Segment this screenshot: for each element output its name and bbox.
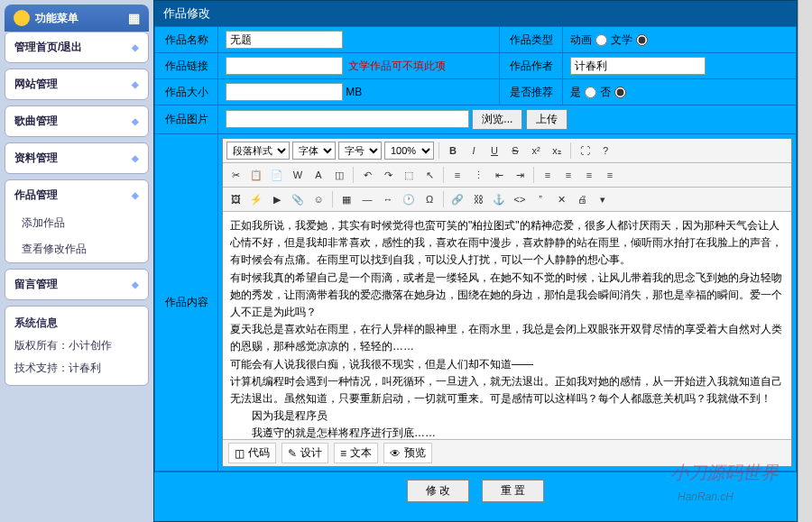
work-link-label: 作品链接 [155, 53, 218, 79]
flash-icon[interactable]: ⚡ [247, 190, 265, 208]
file-icon[interactable]: 📎 [289, 190, 307, 208]
browse-button[interactable]: 浏览... [472, 109, 522, 130]
menu-header-title: 功能菜单 [35, 11, 78, 26]
anchor-icon[interactable]: ⚓ [490, 190, 508, 208]
preview-mode-icon: 👁 [390, 447, 401, 460]
form-table: 作品名称 作品类型 动画 文学 作品链接 文学作品可不填此项 作品作者 作品大小 [154, 26, 797, 472]
text-mode-icon: ≡ [340, 447, 346, 460]
super-icon[interactable]: x² [527, 142, 545, 160]
unlink-icon[interactable]: ⛓ [469, 190, 487, 208]
editor-toolbar-2: ✂ 📋 📄 W A ◫ ↶ ↷ ⬚ ↖ [223, 163, 791, 188]
color-icon[interactable]: A [309, 166, 328, 184]
menu-header: 功能菜单 ▦ [5, 5, 149, 32]
recommend-yes-radio[interactable] [585, 87, 596, 98]
help-icon[interactable]: ? [596, 142, 614, 160]
clear-icon[interactable]: ✕ [552, 190, 570, 208]
work-link-input[interactable] [226, 57, 343, 75]
recommend-label: 是否推荐 [500, 79, 563, 105]
code-icon[interactable]: <> [511, 190, 529, 208]
image-path-input[interactable] [226, 110, 469, 128]
align-right-icon[interactable]: ≡ [580, 166, 598, 184]
redo-icon[interactable]: ↷ [379, 166, 397, 184]
bold-icon[interactable]: B [444, 142, 462, 160]
scrollbar[interactable] [798, 0, 812, 522]
mode-preview[interactable]: 👁预览 [383, 443, 432, 463]
work-type-label: 作品类型 [500, 27, 563, 53]
time-icon[interactable]: 🕐 [400, 190, 418, 208]
more-icon[interactable]: ▾ [594, 190, 612, 208]
link-icon[interactable]: 🔗 [448, 190, 466, 208]
type-lit-radio[interactable] [636, 34, 648, 46]
media-icon[interactable]: ▶ [268, 190, 286, 208]
italic-icon[interactable]: I [465, 142, 483, 160]
font-select[interactable]: 字体 [292, 142, 336, 160]
upload-button[interactable]: 上传 [526, 109, 567, 130]
design-mode-icon: ✎ [288, 447, 297, 460]
undo-icon[interactable]: ↶ [358, 166, 376, 184]
sidebar-item-message[interactable]: 留言管理◆ [5, 270, 148, 299]
ol-icon[interactable]: ≡ [448, 166, 466, 184]
info-title: 系统信息 [14, 312, 139, 334]
ul-icon[interactable]: ⋮ [469, 166, 487, 184]
strike-icon[interactable]: S [506, 142, 524, 160]
editor-toolbar-1: 段落样式 字体 字号 100% B I U S x² x₂ [223, 139, 791, 163]
table-icon[interactable]: ▦ [337, 190, 355, 208]
fontsize-select[interactable]: 字号 [338, 142, 382, 160]
fullscreen-icon[interactable]: ⛶ [576, 142, 594, 160]
rich-editor: 段落样式 字体 字号 100% B I U S x² x₂ [222, 138, 792, 467]
reset-button[interactable]: 重 置 [482, 480, 544, 502]
indent-icon[interactable]: ⇥ [511, 166, 529, 184]
sidebar: 功能菜单 ▦ 管理首页/退出◆ 网站管理◆ 歌曲管理◆ 资料管理◆ 作品管理◆ … [0, 0, 153, 522]
editor-toolbar-3: 🖼 ⚡ ▶ 📎 ☺ ▦ — ↔ 🕐 Ω [223, 188, 791, 212]
menu-grid-icon[interactable]: ▦ [128, 11, 140, 25]
code-mode-icon: ◫ [235, 447, 245, 460]
print-icon[interactable]: 🖨 [573, 190, 591, 208]
marquee-icon[interactable]: ↔ [379, 190, 397, 208]
recommend-no-radio[interactable] [614, 87, 626, 98]
paste-icon[interactable]: 📄 [268, 166, 286, 184]
mode-code[interactable]: ◫代码 [228, 443, 276, 463]
cut-icon[interactable]: ✂ [226, 166, 245, 184]
sidebar-subitem-add-work[interactable]: 添加作品 [5, 210, 148, 236]
zoom-select[interactable]: 100% [384, 142, 434, 160]
copy-icon[interactable]: 📋 [247, 166, 265, 184]
mode-design[interactable]: ✎设计 [281, 443, 328, 463]
main-content: 作品修改 作品名称 作品类型 动画 文学 作品链接 文学作品可不填此项 作品作者 [153, 0, 798, 522]
size-input[interactable] [226, 83, 343, 101]
pointer-icon[interactable]: ↖ [420, 166, 438, 184]
sidebar-item-song[interactable]: 歌曲管理◆ [5, 106, 148, 136]
sidebar-item-site[interactable]: 网站管理◆ [5, 69, 148, 99]
sidebar-item-home[interactable]: 管理首页/退出◆ [5, 32, 148, 62]
align-justify-icon[interactable]: ≡ [601, 166, 619, 184]
chevron-down-icon: ◆ [132, 79, 139, 89]
link-note: 文学作品可不填此项 [348, 60, 446, 72]
emoji-icon[interactable]: ☺ [309, 190, 328, 208]
underline-icon[interactable]: U [485, 142, 503, 160]
modify-button[interactable]: 修 改 [407, 480, 469, 502]
footer-row: 修 改 重 置 [154, 472, 797, 509]
work-name-input[interactable] [226, 31, 343, 49]
work-name-label: 作品名称 [155, 27, 218, 53]
char-icon[interactable]: Ω [420, 190, 438, 208]
outdent-icon[interactable]: ⇤ [490, 166, 508, 184]
quote-icon[interactable]: ” [531, 190, 549, 208]
mode-text[interactable]: ≡文本 [334, 443, 378, 463]
align-left-icon[interactable]: ≡ [539, 166, 557, 184]
author-input[interactable] [570, 57, 706, 75]
system-info: 系统信息 版权所有：小计创作 技术支持：计春利 [5, 306, 149, 386]
sidebar-subitem-view-work[interactable]: 查看修改作品 [5, 236, 148, 262]
sub-icon[interactable]: x₂ [548, 142, 566, 160]
editor-textarea[interactable]: 正如我所说，我爱她，其实有时候觉得也蛮可笑的"柏拉图式"的精神恋爱，很多人都讨厌… [223, 212, 791, 439]
bgcolor-icon[interactable]: ◫ [330, 166, 348, 184]
info-support: 技术支持：计春利 [14, 357, 139, 380]
hr-icon[interactable]: — [358, 190, 376, 208]
para-style-select[interactable]: 段落样式 [226, 142, 290, 160]
type-anime-radio[interactable] [595, 34, 607, 46]
sidebar-item-works[interactable]: 作品管理◆ [5, 180, 148, 210]
size-label: 作品大小 [155, 79, 218, 105]
sidebar-item-data[interactable]: 资料管理◆ [5, 143, 148, 173]
align-center-icon[interactable]: ≡ [559, 166, 577, 184]
paste-word-icon[interactable]: W [289, 166, 307, 184]
image-icon[interactable]: 🖼 [226, 190, 245, 208]
select-icon[interactable]: ⬚ [400, 166, 418, 184]
